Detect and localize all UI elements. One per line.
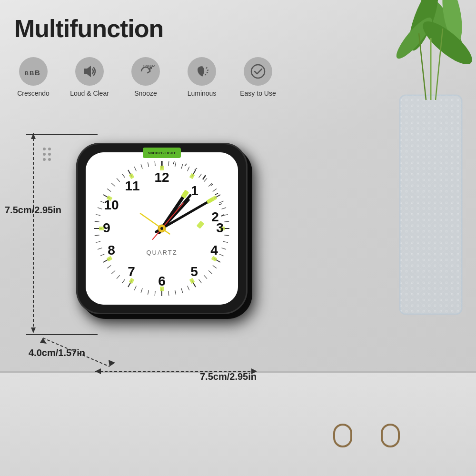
svg-text:QUARTZ: QUARTZ [146,249,177,256]
shelf [0,371,476,476]
svg-marker-139 [95,368,101,374]
width-dimension-label: 7.5cm/2.95in [200,371,257,382]
svg-text:3: 3 [216,220,224,235]
clock-face: 12 1 2 3 4 5 6 7 8 9 10 11 QUARTZ [86,152,238,305]
svg-marker-136 [40,338,47,344]
svg-point-129 [160,227,163,230]
svg-text:7: 7 [128,264,135,279]
svg-text:9: 9 [103,220,110,235]
crescendo-icon: B B B [19,57,48,86]
features-row: B B B Crescendo Loud & Clear SNOOZE [10,57,282,97]
svg-line-9 [419,33,426,100]
depth-dimension-label: 4.0cm/1.57in [29,347,85,358]
svg-text:6: 6 [158,274,166,288]
svg-text:B: B [30,69,34,77]
feature-snooze: SNOOZE Snooze [122,57,169,97]
drawer-handle-right [381,424,400,447]
svg-point-23 [251,65,265,78]
svg-text:8: 8 [108,243,115,258]
easy-to-use-icon [244,57,272,86]
crescendo-label: Crescendo [17,89,50,97]
loud-clear-label: Loud & Clear [70,89,109,97]
svg-rect-6 [400,95,462,314]
drawer-handle-left [333,424,352,447]
svg-text:SNOOZE: SNOOZE [143,64,155,68]
svg-text:B: B [35,69,40,77]
snooze-button-label: SNOOZE/LIGHT [143,148,181,158]
hdim-top-tick [26,132,98,137]
svg-text:11: 11 [125,178,139,193]
vertical-dim-line [26,133,40,333]
feature-luminous: Luminous [178,57,226,97]
feature-easy-to-use: Easy to Use [234,57,282,97]
svg-text:12: 12 [154,170,169,185]
luminous-label: Luminous [188,89,217,97]
svg-text:4: 4 [210,243,218,258]
page-title: Multifunction [14,14,163,43]
svg-line-20 [207,70,208,70]
easy-to-use-label: Easy to Use [240,89,276,97]
svg-text:B: B [25,70,29,76]
clock-container: SNOOZE/LIGHT [62,129,262,333]
svg-text:5: 5 [190,264,198,279]
decoration-dots [43,148,51,161]
svg-line-22 [205,74,206,75]
vase-decoration [352,0,476,343]
feature-loud-clear: Loud & Clear [66,57,113,97]
svg-line-21 [207,72,208,73]
svg-marker-17 [84,66,91,77]
svg-line-19 [206,67,207,69]
snooze-label: Snooze [134,89,157,97]
snooze-icon: SNOOZE [131,57,160,86]
snooze-button-top[interactable]: SNOOZE/LIGHT [143,148,181,158]
luminous-icon [188,57,216,86]
svg-text:10: 10 [104,198,119,212]
clock-svg: 12 1 2 3 4 5 6 7 8 9 10 11 QUARTZ [86,152,238,305]
loud-clear-icon [75,57,104,86]
height-dimension-label: 7.5cm/2.95in [5,205,61,216]
svg-text:1: 1 [191,183,198,198]
clock-body: SNOOZE/LIGHT [76,143,248,314]
feature-crescendo: B B B Crescendo [10,57,57,97]
